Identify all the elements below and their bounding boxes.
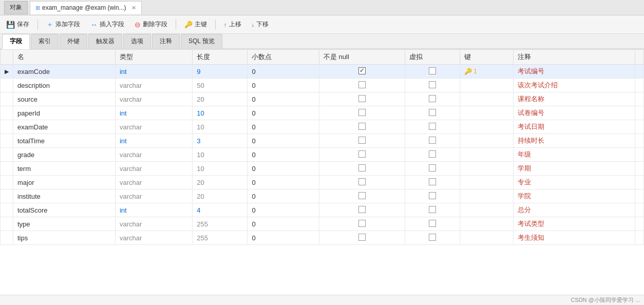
field-name[interactable]: paperId [13, 106, 116, 120]
active-tab[interactable]: ⊞ exam_manage @exam (win...) ✕ [30, 1, 142, 14]
field-name[interactable]: type [13, 217, 116, 231]
insert-field-button[interactable]: ↔ 插入字段 [88, 19, 126, 30]
field-length[interactable]: 10 [193, 106, 248, 120]
field-virtual[interactable] [405, 148, 460, 162]
not-null-checkbox[interactable] [358, 67, 366, 74]
inactive-tab[interactable]: 对象 [4, 1, 28, 14]
not-null-checkbox[interactable] [358, 95, 366, 102]
field-not-null[interactable] [319, 162, 405, 176]
table-row[interactable]: ▶examCodeint90🔑 1考试编号 [1, 65, 644, 79]
field-decimal[interactable]: 0 [248, 162, 319, 176]
field-length[interactable]: 4 [193, 203, 248, 217]
field-length[interactable]: 255 [193, 217, 248, 231]
move-down-button[interactable]: ↓ 下移 [250, 19, 271, 30]
field-decimal[interactable]: 0 [248, 217, 319, 231]
field-name[interactable]: source [13, 92, 116, 106]
field-decimal[interactable]: 0 [248, 120, 319, 134]
tab-外键[interactable]: 外键 [60, 34, 87, 48]
virtual-checkbox[interactable] [429, 137, 436, 144]
table-row[interactable]: totalTimeint30持续时长 [1, 134, 644, 148]
field-decimal[interactable]: 0 [248, 134, 319, 148]
table-row[interactable]: totalScoreint40总分 [1, 203, 644, 217]
field-not-null[interactable] [319, 106, 405, 120]
field-virtual[interactable] [405, 65, 460, 79]
field-decimal[interactable]: 0 [248, 92, 319, 106]
field-virtual[interactable] [405, 79, 460, 92]
field-length[interactable]: 50 [193, 79, 248, 92]
field-length[interactable]: 20 [193, 176, 248, 189]
field-length[interactable]: 255 [193, 231, 248, 245]
field-type[interactable]: int [115, 106, 192, 120]
field-decimal[interactable]: 0 [248, 189, 319, 203]
field-name[interactable]: institute [13, 189, 116, 203]
field-type[interactable]: varchar [115, 189, 192, 203]
field-virtual[interactable] [405, 189, 460, 203]
not-null-checkbox[interactable] [358, 206, 366, 213]
field-type[interactable]: int [115, 65, 192, 79]
virtual-checkbox[interactable] [429, 109, 436, 116]
not-null-checkbox[interactable] [358, 150, 366, 158]
not-null-checkbox[interactable] [358, 220, 366, 227]
field-type[interactable]: varchar [115, 217, 192, 231]
not-null-checkbox[interactable] [358, 137, 366, 144]
delete-field-button[interactable]: ⊖ 删除字段 [132, 19, 169, 30]
table-row[interactable]: descriptionvarchar500该次考试介绍 [1, 79, 644, 92]
field-decimal[interactable]: 0 [248, 79, 319, 92]
field-name[interactable]: tips [13, 231, 116, 245]
field-length[interactable]: 10 [193, 162, 248, 176]
virtual-checkbox[interactable] [429, 192, 436, 199]
table-row[interactable]: examDatevarchar100考试日期 [1, 120, 644, 134]
field-virtual[interactable] [405, 203, 460, 217]
field-type[interactable]: varchar [115, 162, 192, 176]
field-decimal[interactable]: 0 [248, 65, 319, 79]
close-icon[interactable]: ✕ [131, 5, 136, 11]
field-type[interactable]: varchar [115, 176, 192, 189]
virtual-checkbox[interactable] [429, 95, 436, 102]
field-type[interactable]: varchar [115, 92, 192, 106]
field-type[interactable]: varchar [115, 79, 192, 92]
field-type[interactable]: varchar [115, 231, 192, 245]
field-decimal[interactable]: 0 [248, 231, 319, 245]
field-length[interactable]: 20 [193, 92, 248, 106]
tab-注释[interactable]: 注释 [152, 34, 180, 48]
virtual-checkbox[interactable] [429, 164, 436, 171]
field-not-null[interactable] [319, 92, 405, 106]
field-length[interactable]: 9 [193, 65, 248, 79]
field-name[interactable]: major [13, 176, 116, 189]
field-length[interactable]: 10 [193, 120, 248, 134]
field-virtual[interactable] [405, 134, 460, 148]
tab-SQL预览[interactable]: SQL 预览 [181, 34, 222, 48]
field-name[interactable]: description [13, 79, 116, 92]
field-length[interactable]: 10 [193, 148, 248, 162]
field-not-null[interactable] [319, 148, 405, 162]
field-not-null[interactable] [319, 189, 405, 203]
field-virtual[interactable] [405, 162, 460, 176]
field-type[interactable]: varchar [115, 148, 192, 162]
virtual-checkbox[interactable] [429, 234, 436, 241]
field-virtual[interactable] [405, 217, 460, 231]
add-field-button[interactable]: ＋ 添加字段 [44, 19, 82, 30]
field-not-null[interactable] [319, 217, 405, 231]
field-virtual[interactable] [405, 92, 460, 106]
virtual-checkbox[interactable] [429, 178, 436, 185]
field-length[interactable]: 3 [193, 134, 248, 148]
virtual-checkbox[interactable] [429, 67, 436, 74]
virtual-checkbox[interactable] [429, 150, 436, 158]
field-decimal[interactable]: 0 [248, 148, 319, 162]
table-row[interactable]: termvarchar100学期 [1, 162, 644, 176]
field-name[interactable]: examDate [13, 120, 116, 134]
field-virtual[interactable] [405, 106, 460, 120]
field-not-null[interactable] [319, 65, 405, 79]
table-row[interactable]: tipsvarchar2550考生须知 [1, 231, 644, 245]
field-not-null[interactable] [319, 176, 405, 189]
table-row[interactable]: institutevarchar200学院 [1, 189, 644, 203]
not-null-checkbox[interactable] [358, 178, 366, 185]
primary-key-button[interactable]: 🔑 主键 [182, 19, 209, 30]
tab-索引[interactable]: 索引 [31, 34, 59, 48]
not-null-checkbox[interactable] [358, 192, 366, 199]
field-length[interactable]: 20 [193, 189, 248, 203]
field-not-null[interactable] [319, 120, 405, 134]
move-up-button[interactable]: ↑ 上移 [222, 19, 243, 30]
not-null-checkbox[interactable] [358, 234, 366, 241]
save-button[interactable]: 💾 保存 [4, 19, 31, 30]
